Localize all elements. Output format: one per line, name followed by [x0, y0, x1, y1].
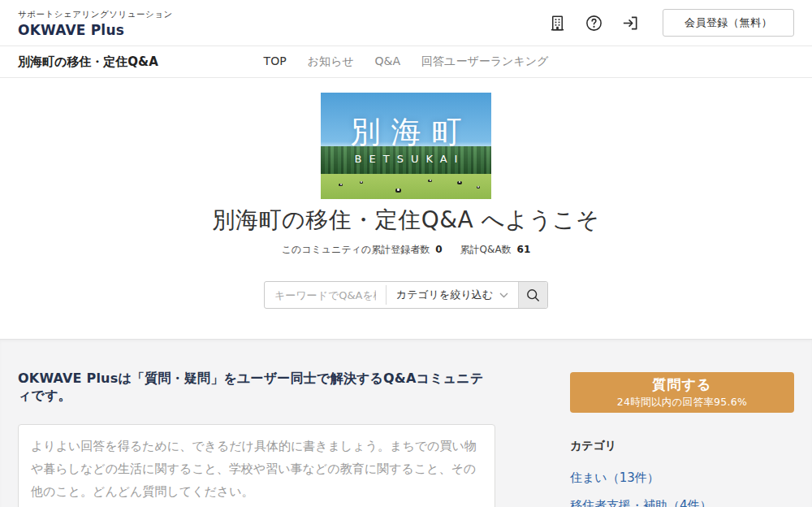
- hero-field: [321, 174, 491, 199]
- chevron-down-icon: [499, 292, 508, 298]
- login-icon[interactable]: [621, 14, 640, 32]
- category-link-support[interactable]: 移住者支援・補助（4件）: [570, 498, 794, 507]
- hero-section: 別海町 BETSUKAI 別海町の移住・定住Q&A へようこそ このコミュニティ…: [0, 78, 812, 339]
- site-title[interactable]: 別海町の移住・定住Q&A: [18, 54, 158, 70]
- nav-item-top[interactable]: TOP: [264, 54, 287, 69]
- help-icon[interactable]: [585, 14, 603, 32]
- service-label: サポートシェアリングソリューション: [18, 9, 173, 20]
- brand-block[interactable]: サポートシェアリングソリューション OKWAVE Plus: [18, 7, 173, 38]
- category-heading: カテゴリ: [570, 439, 794, 453]
- signup-button[interactable]: 会員登録（無料）: [663, 9, 794, 37]
- question-textarea[interactable]: [18, 424, 495, 507]
- community-columns: OKWAVE Plusは「質問・疑問」をユーザー同士で解決するQ&Aコミュニティ…: [18, 370, 794, 507]
- cow-figure: [339, 184, 343, 186]
- search-icon: [526, 288, 540, 302]
- hero-image: 別海町 BETSUKAI: [321, 93, 491, 199]
- category-filter-dropdown[interactable]: カテゴリを絞り込む: [387, 282, 518, 308]
- search-bar: カテゴリを絞り込む: [264, 281, 548, 309]
- nav-item-news[interactable]: お知らせ: [308, 54, 354, 69]
- answer-rate-label: 24時間以内の回答率95.6%: [617, 396, 747, 410]
- registered-count-value: 0: [435, 244, 442, 255]
- community-section: OKWAVE Plusは「質問・疑問」をユーザー同士で解決するQ&Aコミュニティ…: [0, 339, 812, 507]
- cow-figure: [428, 180, 432, 182]
- nav-item-ranking[interactable]: 回答ユーザーランキング: [421, 54, 548, 69]
- search-button[interactable]: [518, 282, 547, 308]
- brand-logo: OKWAVE Plus: [18, 22, 173, 38]
- hero-image-title: 別海町: [321, 112, 491, 153]
- category-filter-label: カテゴリを絞り込む: [396, 288, 493, 302]
- cow-figure: [395, 188, 401, 193]
- community-description: OKWAVE Plusは「質問・疑問」をユーザー同士で解決するQ&Aコミュニティ…: [18, 370, 495, 405]
- sidebar: 質問する 24時間以内の回答率95.6% カテゴリ 住まい（13件） 移住者支援…: [570, 370, 794, 507]
- main-nav: 別海町の移住・定住Q&A TOP お知らせ Q&A 回答ユーザーランキング: [0, 46, 812, 78]
- registered-count-label: このコミュニティの累計登録者数: [282, 244, 430, 255]
- ask-question-label: 質問する: [653, 375, 712, 394]
- community-stats: このコミュニティの累計登録者数0累計Q&A数61: [0, 243, 812, 257]
- ask-question-button[interactable]: 質問する 24時間以内の回答率95.6%: [570, 372, 794, 413]
- company-building-icon[interactable]: [548, 14, 567, 32]
- hero-image-subtitle: BETSUKAI: [321, 153, 491, 165]
- cow-figure: [360, 181, 363, 184]
- cow-figure: [457, 181, 462, 184]
- header-actions: 会員登録（無料）: [548, 9, 794, 37]
- category-link-housing[interactable]: 住まい（13件）: [570, 470, 794, 486]
- qa-count-label: 累計Q&A数: [460, 244, 512, 255]
- qa-count-value: 61: [517, 244, 531, 255]
- question-column: OKWAVE Plusは「質問・疑問」をユーザー同士で解決するQ&Aコミュニティ…: [18, 370, 495, 507]
- welcome-heading: 別海町の移住・定住Q&A へようこそ: [0, 205, 812, 236]
- nav-item-qa[interactable]: Q&A: [375, 54, 401, 69]
- search-input[interactable]: [265, 282, 386, 308]
- cow-figure: [477, 186, 480, 188]
- app-header: サポートシェアリングソリューション OKWAVE Plus 会員登録（無料）: [0, 0, 812, 46]
